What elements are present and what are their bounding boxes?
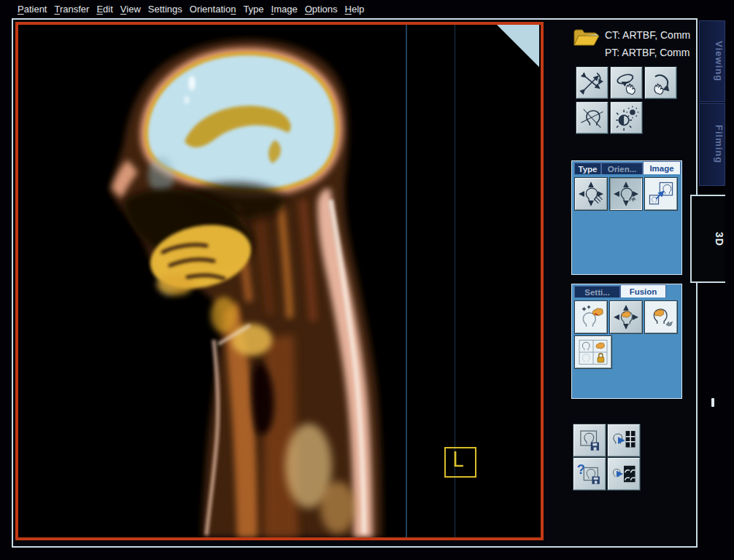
move-head-fast-icon <box>577 180 605 208</box>
application-window: Patient Transfer Edit View Settings Orie… <box>0 0 734 560</box>
tab-settings[interactable]: Setti... <box>574 286 620 298</box>
fusion-lock-grid-icon <box>577 338 609 366</box>
fusion-align-arrows-icon <box>612 303 640 331</box>
menu-edit[interactable]: Edit <box>96 4 112 15</box>
head-reorient-icon <box>579 104 606 131</box>
menu-settings[interactable]: Settings <box>148 4 182 15</box>
menu-type[interactable]: Type <box>243 4 263 15</box>
menu-transfer[interactable]: Transfer <box>54 4 89 15</box>
loaded-study-pt: PT: ARTBF, Comm <box>605 47 689 58</box>
free-rotate-arrows-button[interactable] <box>576 67 608 98</box>
tab-type[interactable]: Type <box>574 163 601 174</box>
tab-filming[interactable]: Filming <box>699 103 725 186</box>
panel-settings-fusion: Setti... Fusion <box>571 284 682 399</box>
tab-fusion[interactable]: Fusion <box>620 284 666 298</box>
open-folder-icon <box>573 28 600 48</box>
fusion-align-arrows-button[interactable] <box>610 301 642 333</box>
help-save-disk-button[interactable]: ? <box>573 458 606 490</box>
orbit-rotate-hand-button[interactable] <box>611 67 642 98</box>
fusion-volume-icon <box>647 303 675 331</box>
loaded-study-ct: CT: ARTBF, Comm <box>605 29 690 41</box>
viewport-divider-line <box>406 25 407 537</box>
move-head-fast-button[interactable] <box>575 178 607 210</box>
window-level-contrast-icon <box>613 104 640 131</box>
save-view-disk-icon <box>576 427 603 454</box>
menu-bar: Patient Transfer Edit View Settings Orie… <box>0 0 364 18</box>
panel1-body <box>572 174 681 274</box>
menu-orientation[interactable]: Orientation <box>190 4 236 15</box>
tab-image[interactable]: Image <box>643 161 681 174</box>
tab-viewing[interactable]: Viewing <box>699 20 725 102</box>
fusion-landmarks-button[interactable] <box>575 301 607 333</box>
orientation-marker-left: L <box>444 447 476 478</box>
send-to-layout-button[interactable] <box>608 424 640 456</box>
menu-help[interactable]: Help <box>345 4 365 15</box>
tab-3d[interactable]: 3D <box>690 195 725 283</box>
menu-view[interactable]: View <box>120 4 141 15</box>
free-rotate-arrows-icon <box>579 69 606 96</box>
save-view-disk-button[interactable] <box>573 424 606 456</box>
menu-patient[interactable]: Patient <box>18 4 47 15</box>
send-to-layout-icon <box>610 427 638 454</box>
panel2-body <box>572 298 681 398</box>
fusion-volume-button[interactable] <box>645 301 677 333</box>
scale-image-icon <box>647 180 675 208</box>
window-level-contrast-button[interactable] <box>611 102 642 133</box>
rotate-return-hand-button[interactable] <box>645 67 676 98</box>
head-reorient-button[interactable] <box>576 102 608 133</box>
fusion-lock-grid-button[interactable] <box>575 336 611 368</box>
panel1-tabbar: Type Orien... Image <box>572 161 681 174</box>
send-series-to-film-button[interactable] <box>608 458 640 490</box>
move-head-button[interactable] <box>610 178 642 210</box>
send-series-to-film-icon <box>610 460 638 488</box>
corner-fold-handle[interactable] <box>497 25 539 67</box>
fusion-landmarks-icon <box>577 303 605 331</box>
orbit-rotate-hand-icon <box>613 69 640 96</box>
menu-options[interactable]: Options <box>305 4 338 15</box>
scale-image-button[interactable] <box>645 178 677 210</box>
panel-type-orientation-image: Type Orien... Image <box>571 160 682 275</box>
tab-orientation[interactable]: Orien... <box>601 163 643 174</box>
panel2-tabbar: Setti... Fusion <box>572 284 681 298</box>
menu-image[interactable]: Image <box>271 4 298 15</box>
tool-sidebar: CT: ARTBF, Comm PT: ARTBF, Comm <box>546 21 698 545</box>
move-head-icon <box>612 180 640 208</box>
image-viewport[interactable]: L <box>15 22 544 540</box>
frame-edge-tick <box>711 398 714 407</box>
help-save-disk-icon: ? <box>576 460 603 488</box>
rotate-return-hand-icon <box>647 69 674 96</box>
